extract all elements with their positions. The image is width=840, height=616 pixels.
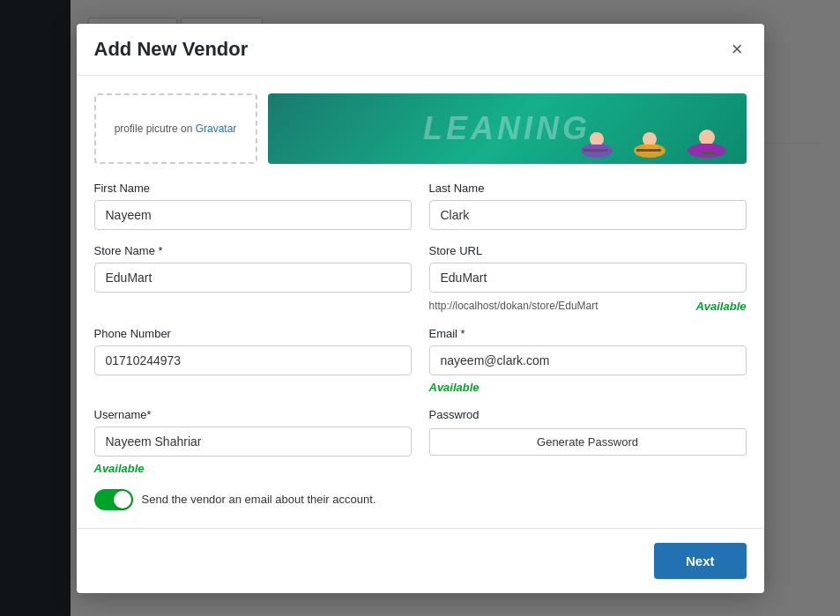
first-name-input[interactable] <box>94 200 412 230</box>
username-label: Username* <box>94 408 412 421</box>
first-name-label: First Name <box>94 182 412 195</box>
username-available: Available <box>94 462 412 475</box>
last-name-input[interactable] <box>429 200 747 230</box>
phone-label: Phone Number <box>94 327 412 340</box>
next-button[interactable]: Next <box>654 543 747 579</box>
url-hint: http://localhost/dokan/store/EduMart <box>429 300 598 312</box>
svg-point-9 <box>699 130 715 145</box>
last-name-group: Last Name <box>429 182 747 230</box>
toggle-knob <box>114 491 131 508</box>
modal-header: Add New Vendor × <box>77 24 764 76</box>
email-toggle-row: Send the vendor an email about their acc… <box>94 489 747 510</box>
modal-close-button[interactable]: × <box>728 40 747 59</box>
username-group: Username* Available <box>94 408 412 475</box>
modal-title: Add New Vendor <box>94 38 249 61</box>
generate-password-button[interactable]: Generate Password <box>429 428 747 456</box>
email-available: Available <box>429 381 747 394</box>
modal-body: profile picutre on Gravatar LEANING <box>77 76 764 528</box>
name-row: First Name Last Name <box>94 182 747 230</box>
modal-overlay: Add New Vendor × profile picutre on Grav… <box>0 0 840 616</box>
username-input[interactable] <box>94 427 412 456</box>
email-toggle-label: Send the vendor an email about their acc… <box>142 493 376 506</box>
banner-box: LEANING <box>268 93 747 164</box>
profile-pic-text: profile picutre on Gravatar <box>115 122 237 135</box>
password-label: Passwrod <box>429 408 747 421</box>
last-name-label: Last Name <box>429 182 747 195</box>
store-url-available: Available <box>695 300 746 313</box>
store-row: Store Name * Store URL http://localhost/… <box>94 244 747 313</box>
add-vendor-modal: Add New Vendor × profile picutre on Grav… <box>77 24 764 593</box>
banner-text: LEANING <box>423 110 591 147</box>
profile-pic-box: profile picutre on Gravatar <box>94 93 257 164</box>
profile-area: profile picutre on Gravatar LEANING <box>94 93 747 164</box>
svg-rect-7 <box>636 149 661 152</box>
svg-point-5 <box>643 132 657 146</box>
svg-rect-3 <box>584 149 608 152</box>
gravatar-link[interactable]: Gravatar <box>196 122 237 135</box>
store-url-label: Store URL <box>429 244 747 257</box>
phone-input[interactable] <box>94 345 412 375</box>
email-group: Email * Available <box>429 327 747 394</box>
store-url-group: Store URL http://localhost/dokan/store/E… <box>429 244 747 313</box>
svg-rect-11 <box>701 152 715 154</box>
store-name-group: Store Name * <box>94 244 412 313</box>
password-group: Passwrod Generate Password <box>429 408 747 475</box>
url-hint-row: http://localhost/dokan/store/EduMart Ava… <box>429 300 747 313</box>
phone-group: Phone Number <box>94 327 412 394</box>
store-name-input[interactable] <box>94 263 412 293</box>
store-url-input[interactable] <box>429 263 747 293</box>
email-toggle-switch[interactable] <box>94 489 133 510</box>
svg-point-1 <box>590 132 604 146</box>
email-input[interactable] <box>429 345 747 375</box>
store-name-label: Store Name * <box>94 244 412 257</box>
phone-email-row: Phone Number Email * Available <box>94 327 747 394</box>
username-password-row: Username* Available Passwrod Generate Pa… <box>94 408 747 475</box>
toggle-track <box>94 489 133 510</box>
modal-footer: Next <box>77 528 764 593</box>
banner-figures <box>570 93 747 164</box>
first-name-group: First Name <box>94 182 412 230</box>
email-label: Email * <box>429 327 747 340</box>
